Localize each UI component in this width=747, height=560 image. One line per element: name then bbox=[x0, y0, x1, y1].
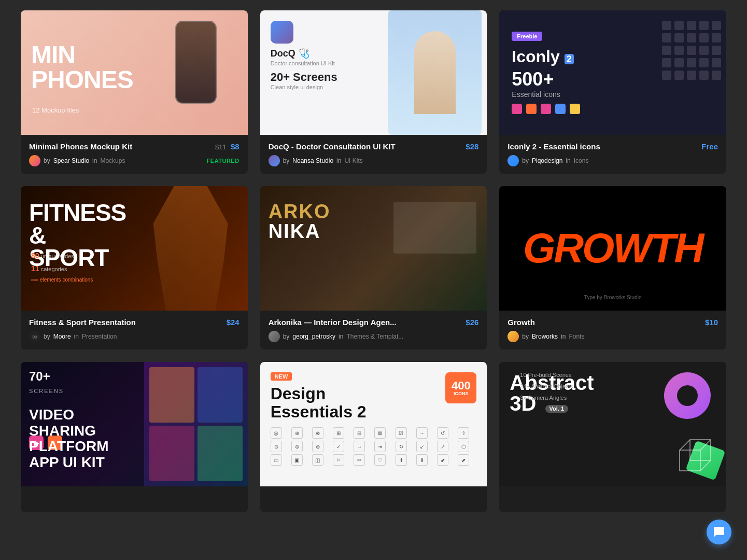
author-name: Spear Studio bbox=[53, 157, 89, 164]
card-title-row: Arkonika — Interior Design Agen... $26 bbox=[269, 318, 479, 327]
count-text: 500+ bbox=[512, 68, 554, 90]
card-price: $10 bbox=[705, 318, 718, 327]
in-label: in bbox=[336, 157, 341, 164]
new-badge: NEW bbox=[271, 372, 292, 381]
card-thumbnail: Abstract3D Vol. 1 10 Pre-build Scenes 24… bbox=[499, 362, 726, 486]
thumb-subtitle: Doctor consultation UI Kit bbox=[271, 60, 335, 66]
card-thumbnail: DocQ 🩺 Doctor consultation UI Kit 20+ Sc… bbox=[260, 10, 487, 135]
chat-icon bbox=[713, 526, 725, 538]
card-title: Iconly 2 - Essential icons bbox=[508, 142, 600, 151]
category: Fonts bbox=[569, 333, 584, 340]
by-label: by bbox=[522, 333, 529, 340]
original-price: $11 bbox=[215, 143, 227, 151]
author-name: georg_petrosky bbox=[292, 333, 335, 340]
card-title-row: Fitness & Sport Presentation $24 bbox=[29, 318, 239, 327]
featured-badge: FEATURED bbox=[207, 158, 239, 164]
card-thumbnail: MINPHONES 12 Mockup files bbox=[21, 10, 248, 135]
ai-logo bbox=[555, 104, 566, 114]
by-label: by bbox=[283, 157, 290, 164]
card-price: $11 $8 bbox=[215, 142, 239, 151]
card-title: DocQ - Doctor Consultation UI KIT bbox=[269, 142, 396, 151]
chat-button[interactable] bbox=[707, 520, 731, 544]
in-label: in bbox=[561, 333, 566, 340]
card-fitness[interactable]: FITNESS&SPORT 80 unique slides 11 catego… bbox=[21, 186, 248, 349]
author-avatar bbox=[508, 155, 519, 166]
by-label: by bbox=[44, 157, 50, 164]
card-docq[interactable]: DocQ 🩺 Doctor consultation UI Kit 20+ Sc… bbox=[260, 10, 487, 174]
card-meta: by Spear Studio in Mockups FEATURED bbox=[29, 155, 239, 166]
card-price: $24 bbox=[227, 318, 239, 327]
screens-badge: 70+SCREENS bbox=[29, 370, 64, 395]
card-title-row: DocQ - Doctor Consultation UI KIT $28 bbox=[269, 142, 479, 151]
doctor-figure bbox=[414, 31, 456, 114]
thumb-subtext: 12 Mockup files bbox=[32, 106, 79, 114]
card-meta: by Broworks in Fonts bbox=[508, 331, 718, 342]
card-info bbox=[260, 486, 487, 512]
donut-shape bbox=[664, 372, 711, 419]
card-meta: by Piqodesign in Icons bbox=[508, 155, 718, 166]
card-info bbox=[21, 486, 248, 512]
icon-samples-grid: ◎ ⊕ ⊗ ⊞ ⊟ ⊠ ☑ → ↺ ⇧ ⊙ ⊚ ⊛ ✓ → ⇥ ↻ ↙ ↗ ⬡ bbox=[271, 427, 477, 466]
author-name: Moore bbox=[53, 333, 71, 340]
card-arkonika[interactable]: ARKONIKA Arkonika — Interior Design Agen… bbox=[260, 186, 487, 349]
card-minimal-phones[interactable]: MINPHONES 12 Mockup files Minimal Phones… bbox=[21, 10, 248, 174]
in-label: in bbox=[566, 157, 570, 164]
svg-line-3 bbox=[700, 440, 711, 450]
card-meta: by georg_petrosky in Themes & Templat... bbox=[269, 331, 479, 342]
card-price: $26 bbox=[466, 318, 478, 327]
vol-badge: Vol. 1 bbox=[545, 405, 569, 413]
card-title: Growth bbox=[508, 318, 535, 327]
wireframe-cube-icon bbox=[674, 435, 716, 476]
doctor-image bbox=[388, 10, 482, 135]
category: UI Kits bbox=[344, 157, 362, 164]
app-logos-row bbox=[512, 104, 580, 114]
screens-count: 20+ Screens bbox=[271, 71, 337, 84]
card-abstract-3d[interactable]: Abstract3D Vol. 1 10 Pre-build Scenes 24… bbox=[499, 362, 726, 512]
author-avatar: ∞ bbox=[29, 331, 40, 342]
freebie-badge: Freebie bbox=[512, 32, 542, 41]
card-thumbnail: Freebie Iconly 2 500+ Essential icons bbox=[499, 10, 726, 135]
card-info: DocQ - Doctor Consultation UI KIT $28 by… bbox=[260, 135, 487, 174]
card-thumbnail: NEW DesignEssentials 2 400 ICONS ◎ ⊕ ⊗ ⊞… bbox=[260, 362, 487, 486]
fitness-stats: 80 unique slides 11 categories ∞∞ elemen… bbox=[31, 249, 93, 285]
category: Presentation bbox=[82, 333, 117, 340]
card-thumbnail: GROWTH Type by Broworks Studio bbox=[499, 186, 726, 311]
arko-text: ARKONIKA bbox=[269, 202, 331, 241]
by-label: by bbox=[44, 333, 50, 340]
xd-logo bbox=[541, 104, 551, 114]
figma-logo bbox=[526, 104, 537, 114]
author-name: Noansa Studio bbox=[292, 157, 333, 164]
card-info bbox=[499, 486, 726, 512]
clean-style: Clean style ui design bbox=[271, 84, 323, 90]
thumb-headline: MINPHONES bbox=[31, 43, 133, 92]
card-title-row: Growth $10 bbox=[508, 318, 718, 327]
growth-word: GROWTH bbox=[523, 225, 702, 272]
author-avatar bbox=[29, 155, 40, 166]
essential-text: Essential icons bbox=[512, 90, 560, 99]
abstract-stats: 10 Pre-build Scenes 24+ Abstract Objects… bbox=[520, 369, 573, 403]
category: Mockups bbox=[100, 157, 125, 164]
author-avatar bbox=[269, 331, 280, 342]
card-design-essentials[interactable]: NEW DesignEssentials 2 400 ICONS ◎ ⊕ ⊗ ⊞… bbox=[260, 362, 487, 512]
author-name: Broworks bbox=[532, 333, 558, 340]
card-meta: ∞ by Moore in Presentation bbox=[29, 331, 239, 342]
video-grid bbox=[149, 367, 243, 481]
thumb-title: DocQ 🩺 bbox=[271, 48, 309, 59]
card-price: Free bbox=[701, 142, 718, 151]
athlete-silhouette bbox=[149, 186, 232, 311]
card-price: $28 bbox=[466, 142, 478, 151]
card-iconly[interactable]: Freebie Iconly 2 500+ Essential icons I bbox=[499, 10, 726, 174]
card-title-row: Minimal Phones Mockup Kit $11 $8 bbox=[29, 142, 239, 151]
video-text: VIDEOSHARINGPLATFORMAPP UI KIT bbox=[29, 407, 108, 471]
card-title-row: Iconly 2 - Essential icons Free bbox=[508, 142, 718, 151]
card-video-sharing[interactable]: 70+SCREENS ▶ VIDEOSHARINGPLATFORMAPP UI … bbox=[21, 362, 248, 512]
author-avatar bbox=[508, 331, 519, 342]
card-meta: by Noansa Studio in UI Kits bbox=[269, 155, 479, 166]
card-growth[interactable]: GROWTH Type by Broworks Studio Growth $1… bbox=[499, 186, 726, 349]
card-info: Growth $10 by Broworks in Fonts bbox=[499, 311, 726, 349]
icons-preview-grid bbox=[662, 21, 721, 80]
de-title: DesignEssentials 2 bbox=[271, 385, 367, 421]
author-avatar bbox=[269, 155, 280, 166]
growth-sub: Type by Broworks Studio bbox=[584, 295, 642, 300]
icons-count-badge: 400 ICONS bbox=[445, 372, 476, 403]
